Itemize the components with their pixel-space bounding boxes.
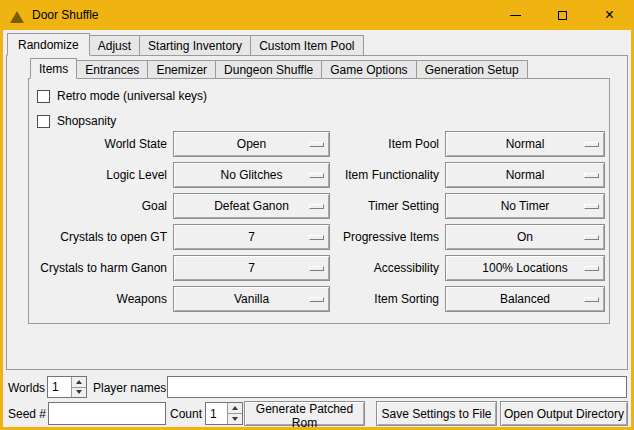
worlds-label: Worlds [8, 377, 45, 399]
window: Door Shuffle × Randomize Adjust Starting… [0, 0, 634, 430]
label-timer-setting: Timer Setting [336, 193, 439, 219]
dropdown-item-sorting[interactable]: Balanced [445, 286, 605, 312]
dropdown-accessibility[interactable]: 100% Locations [445, 255, 605, 281]
inner-tab-bar: Items Entrances Enemizer Dungeon Shuffle… [30, 58, 528, 79]
label-logic-level: Logic Level [35, 162, 167, 188]
dropdown-indicator-icon [584, 297, 599, 302]
tab-randomize[interactable]: Randomize [7, 33, 90, 56]
minimize-button[interactable] [492, 0, 539, 30]
player-names-input[interactable] [167, 376, 627, 398]
tab-starting-inventory[interactable]: Starting Inventory [139, 35, 251, 56]
shopsanity-checkbox[interactable] [37, 115, 50, 128]
maximize-button[interactable] [539, 0, 586, 30]
open-output-directory-button[interactable]: Open Output Directory [500, 401, 628, 426]
dropdown-indicator-icon [584, 142, 599, 147]
worlds-value: 1 [48, 377, 71, 397]
label-crystals-harm-ganon: Crystals to harm Ganon [35, 255, 167, 281]
close-icon: × [605, 7, 614, 23]
label-item-pool: Item Pool [336, 131, 439, 157]
worlds-spin-down-icon[interactable] [71, 388, 86, 398]
dropdown-crystals-open-gt[interactable]: 7 [173, 224, 330, 250]
tab-custom-item-pool[interactable]: Custom Item Pool [250, 35, 363, 56]
dropdown-progressive-items[interactable]: On [445, 224, 605, 250]
label-progressive-items: Progressive Items [336, 224, 439, 250]
count-spin-up-icon[interactable] [227, 403, 242, 414]
dropdown-world-state[interactable]: Open [173, 131, 330, 157]
player-names-label: Player names [93, 377, 166, 399]
tab-dungeon-shuffle[interactable]: Dungeon Shuffle [215, 60, 322, 79]
triforce-icon [10, 11, 24, 23]
label-goal: Goal [35, 193, 167, 219]
checkbox-row-shopsanity[interactable]: Shopsanity [37, 112, 116, 130]
dropdown-indicator-icon [584, 204, 599, 209]
options-grid: World State Open Item Pool Normal Logic … [35, 131, 605, 312]
window-controls: × [492, 0, 633, 30]
label-crystals-open-gt: Crystals to open GT [35, 224, 167, 250]
generate-patched-rom-button[interactable]: Generate Patched Rom [244, 401, 365, 426]
worlds-spin-up-icon[interactable] [71, 377, 86, 388]
items-panel: Retro mode (universal keys) Shopsanity W… [28, 78, 610, 324]
label-world-state: World State [35, 131, 167, 157]
dropdown-item-pool[interactable]: Normal [445, 131, 605, 157]
label-item-functionality: Item Functionality [336, 162, 439, 188]
retro-mode-label: Retro mode (universal keys) [57, 89, 207, 103]
tab-game-options[interactable]: Game Options [321, 60, 416, 79]
dropdown-indicator-icon [309, 297, 324, 302]
dropdown-logic-level[interactable]: No Glitches [173, 162, 330, 188]
app-icon[interactable] [9, 7, 25, 23]
worlds-spin-arrows [71, 377, 86, 397]
dropdown-indicator-icon [309, 173, 324, 178]
dropdown-indicator-icon [309, 266, 324, 271]
tab-entrances[interactable]: Entrances [76, 60, 148, 79]
maximize-icon [558, 11, 567, 20]
dropdown-item-functionality[interactable]: Normal [445, 162, 605, 188]
dropdown-indicator-icon [584, 266, 599, 271]
tab-enemizer[interactable]: Enemizer [147, 60, 216, 79]
dropdown-indicator-icon [584, 235, 599, 240]
shopsanity-label: Shopsanity [57, 114, 116, 128]
retro-mode-checkbox[interactable] [37, 90, 50, 103]
client-area: Randomize Adjust Starting Inventory Cust… [3, 30, 631, 427]
count-label: Count [170, 403, 202, 425]
count-spinner[interactable]: 1 [205, 402, 243, 425]
tab-adjust[interactable]: Adjust [89, 35, 140, 56]
dropdown-indicator-icon [309, 235, 324, 240]
tab-generation-setup[interactable]: Generation Setup [416, 60, 528, 79]
save-settings-button[interactable]: Save Settings to File [376, 401, 497, 426]
label-weapons: Weapons [35, 286, 167, 312]
seed-input[interactable] [48, 402, 166, 425]
count-spin-down-icon[interactable] [227, 414, 242, 424]
count-spin-arrows [227, 403, 242, 424]
label-accessibility: Accessibility [336, 255, 439, 281]
dropdown-indicator-icon [309, 142, 324, 147]
checkbox-row-retro-mode[interactable]: Retro mode (universal keys) [37, 87, 207, 105]
dropdown-crystals-harm-ganon[interactable]: 7 [173, 255, 330, 281]
minimize-icon [510, 15, 521, 16]
dropdown-indicator-icon [584, 173, 599, 178]
close-button[interactable]: × [586, 0, 633, 30]
dropdown-indicator-icon [309, 204, 324, 209]
titlebar: Door Shuffle × [0, 0, 634, 30]
dropdown-weapons[interactable]: Vanilla [173, 286, 330, 312]
count-value: 1 [206, 403, 227, 424]
label-item-sorting: Item Sorting [336, 286, 439, 312]
window-title: Door Shuffle [32, 8, 99, 22]
outer-tab-bar: Randomize Adjust Starting Inventory Cust… [7, 33, 364, 56]
worlds-spinner[interactable]: 1 [47, 376, 87, 398]
dropdown-goal[interactable]: Defeat Ganon [173, 193, 330, 219]
seed-label: Seed # [8, 403, 46, 425]
tab-items[interactable]: Items [30, 58, 77, 79]
dropdown-timer-setting[interactable]: No Timer [445, 193, 605, 219]
